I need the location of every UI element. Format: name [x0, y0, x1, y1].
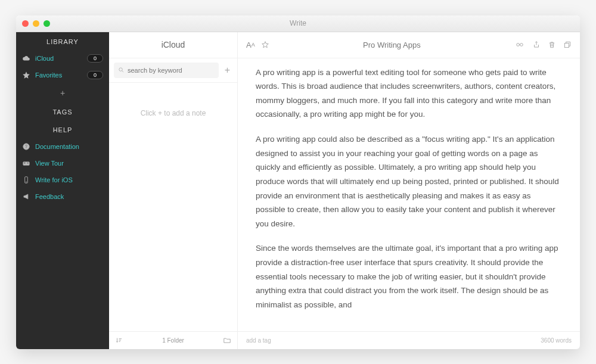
app-body: LIBRARY iCloud 0 Favorites 0 + TAGS HELP	[16, 32, 580, 349]
trash-icon[interactable]	[548, 41, 556, 49]
paragraph: A pro writing app could also be describe…	[256, 132, 562, 231]
question-icon: ?	[22, 142, 30, 151]
editor-pane: AA Pro Writing Apps	[238, 32, 580, 349]
svg-point-6	[26, 181, 26, 182]
tour-icon	[22, 159, 30, 167]
sidebar-item-icloud[interactable]: iCloud 0	[16, 50, 109, 67]
search-input[interactable]	[128, 67, 215, 74]
font-icon[interactable]: AA	[246, 41, 255, 49]
svg-rect-4	[27, 162, 29, 163]
popout-icon[interactable]	[563, 41, 572, 49]
megaphone-icon	[22, 192, 30, 201]
window-controls	[22, 20, 50, 27]
search-row: +	[109, 58, 237, 83]
glasses-icon[interactable]	[514, 41, 525, 49]
zoom-window-button[interactable]	[44, 20, 50, 27]
sidebar-item-label: iCloud	[35, 55, 82, 62]
sidebar-item-documentation[interactable]: ? Documentation	[16, 138, 109, 155]
search-wrap	[114, 63, 219, 78]
notes-title: iCloud	[109, 32, 237, 58]
phone-icon	[22, 176, 30, 184]
editor-footer: add a tag 3600 words	[238, 331, 580, 349]
sidebar-item-label: Favorites	[35, 71, 82, 79]
notes-column: iCloud + Click + to add a note 1 Folder	[109, 32, 238, 349]
sidebar-header-tags: TAGS	[16, 102, 109, 120]
svg-line-8	[122, 70, 123, 71]
favorite-star-icon[interactable]	[261, 41, 269, 49]
sidebar-item-label: View Tour	[35, 160, 103, 167]
sidebar-item-label: Documentation	[35, 143, 103, 150]
paragraph: A pro writing app is a powerful text edi…	[256, 66, 562, 122]
titlebar: Write	[16, 15, 580, 32]
close-window-button[interactable]	[22, 20, 29, 27]
sort-icon[interactable]	[115, 336, 123, 344]
minimize-window-button[interactable]	[33, 20, 39, 27]
sidebar-item-favorites[interactable]: Favorites 0	[16, 67, 109, 83]
sidebar-item-label: Feedback	[35, 193, 103, 200]
folder-count: 1 Folder	[123, 337, 223, 344]
sidebar-header-help: HELP	[16, 120, 109, 138]
svg-point-9	[517, 43, 520, 46]
cloud-icon	[22, 54, 30, 63]
document-title: Pro Writing Apps	[275, 41, 508, 49]
window-title: Write	[16, 19, 580, 27]
svg-rect-3	[24, 162, 26, 163]
svg-rect-11	[564, 43, 569, 48]
count-badge: 0	[87, 54, 103, 63]
search-icon	[118, 65, 125, 76]
editor-header-right	[514, 41, 572, 49]
app-window: Write LIBRARY iCloud 0 Favorites 0 + TAG…	[16, 15, 580, 349]
word-count: 3600 words	[541, 337, 572, 344]
svg-point-10	[520, 43, 523, 46]
notes-empty-text: Click + to add a note	[109, 83, 237, 331]
sidebar-item-label: Write for iOS	[35, 176, 103, 183]
sidebar-item-feedback[interactable]: Feedback	[16, 188, 109, 205]
folder-icon[interactable]	[223, 336, 231, 344]
tag-input[interactable]: add a tag	[246, 337, 271, 344]
notes-footer: 1 Folder	[109, 331, 237, 349]
sidebar-header-library: LIBRARY	[16, 32, 109, 50]
paragraph: Since the words themselves are the ultim…	[256, 241, 562, 312]
add-library-button[interactable]: +	[16, 83, 109, 102]
sidebar: LIBRARY iCloud 0 Favorites 0 + TAGS HELP	[16, 32, 109, 349]
sidebar-item-view-tour[interactable]: View Tour	[16, 155, 109, 172]
star-icon	[22, 71, 30, 79]
add-note-button[interactable]: +	[222, 65, 232, 76]
svg-text:?: ?	[25, 144, 27, 148]
editor-body[interactable]: A pro writing app is a powerful text edi…	[238, 58, 580, 331]
sidebar-item-write-ios[interactable]: Write for iOS	[16, 172, 109, 188]
editor-header-left: AA	[246, 41, 269, 49]
svg-point-7	[119, 67, 123, 71]
editor-header: AA Pro Writing Apps	[238, 32, 580, 58]
share-icon[interactable]	[532, 41, 541, 49]
count-badge: 0	[87, 71, 103, 79]
